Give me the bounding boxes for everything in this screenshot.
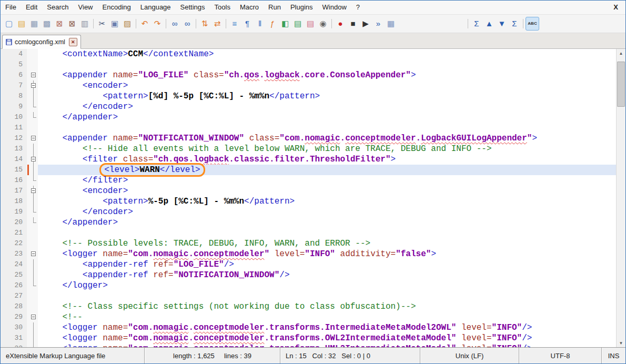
code-text[interactable]: <pattern>[%d] %-5p [%C:%L] - %m%n</patte… xyxy=(38,91,617,102)
code-text[interactable]: </encoder> xyxy=(38,102,617,112)
monitoring-eye-icon[interactable]: ◉ xyxy=(317,17,329,30)
code-text[interactable]: <appender-ref ref="LOG_FILE"/> xyxy=(38,259,617,270)
code-text[interactable] xyxy=(38,123,617,133)
code-text[interactable] xyxy=(38,291,617,301)
run-macro-multiple-icon[interactable]: » xyxy=(372,17,385,30)
scrollbar-thumb[interactable] xyxy=(617,62,625,107)
spell-check-icon[interactable]: ABC xyxy=(526,17,539,31)
code-text[interactable]: </appender> xyxy=(38,217,617,228)
fold-margin xyxy=(29,249,38,259)
scroll-up-icon[interactable]: ▲ xyxy=(617,49,625,57)
menu-view[interactable]: View xyxy=(74,1,98,13)
menu-file[interactable]: File xyxy=(1,1,21,13)
plugin-sigma-icon[interactable]: Σ xyxy=(470,17,483,30)
fold-margin xyxy=(29,133,38,144)
sync-horizontal-icon[interactable]: ⇄ xyxy=(211,17,224,30)
menu-edit[interactable]: Edit xyxy=(21,1,42,13)
code-text[interactable]: <logger name="com.nomagic.conceptmodeler… xyxy=(38,343,617,347)
menu-language[interactable]: Language xyxy=(136,1,176,13)
code-line: 17 <encoder> xyxy=(1,186,617,196)
code-text[interactable]: <level>WARN</level> xyxy=(38,165,617,175)
replace-icon[interactable]: ∞ xyxy=(181,17,194,30)
menu-run[interactable]: Run xyxy=(264,1,286,13)
print-icon[interactable]: ▥ xyxy=(78,17,91,30)
code-text[interactable]: <logger name="com.nomagic.conceptmodeler… xyxy=(38,333,617,343)
code-text[interactable]: <!-- Possible levels: TRACE, DEBUG, INFO… xyxy=(38,238,617,249)
fold-toggle-icon[interactable] xyxy=(31,83,36,88)
record-macro-icon[interactable]: ● xyxy=(334,17,347,30)
code-line: 27 xyxy=(1,291,617,301)
copy-icon[interactable]: ▣ xyxy=(108,17,121,30)
fold-toggle-icon[interactable] xyxy=(31,157,36,161)
save-macro-icon[interactable]: ▦ xyxy=(385,17,397,30)
code-text[interactable]: </logger> xyxy=(38,280,617,291)
open-folder-icon[interactable]: ▤ xyxy=(15,17,28,30)
plugin-sigma2-icon[interactable]: Σ xyxy=(508,17,521,30)
fold-toggle-icon[interactable] xyxy=(31,73,36,77)
code-text[interactable]: <logger name="com.nomagic.conceptmodeler… xyxy=(38,249,617,259)
stop-macro-icon[interactable]: ■ xyxy=(347,17,359,30)
menu-plugins[interactable]: Plugins xyxy=(286,1,318,13)
scrollbar-track[interactable] xyxy=(617,57,625,339)
redo-icon[interactable]: ↷ xyxy=(151,17,164,30)
close-all-docs-icon[interactable]: ⊠ xyxy=(66,17,78,30)
menu-settings[interactable]: Settings xyxy=(176,1,210,13)
undo-icon[interactable]: ↶ xyxy=(138,17,151,30)
sync-vertical-icon[interactable]: ⇅ xyxy=(198,17,211,30)
code-line: 22 <!-- Possible levels: TRACE, DEBUG, I… xyxy=(1,238,617,249)
plugin-down-icon[interactable]: ▼ xyxy=(496,17,508,30)
fold-toggle-icon[interactable] xyxy=(31,315,36,319)
save-icon[interactable]: ▦ xyxy=(28,17,41,30)
document-icon xyxy=(6,39,12,45)
indent-guide-icon[interactable]: ‖ xyxy=(254,17,266,30)
menu-help[interactable]: ? xyxy=(351,1,365,13)
scroll-down-icon[interactable]: ▼ xyxy=(617,339,625,347)
close-window-button[interactable]: X xyxy=(606,2,625,12)
menu-encoding[interactable]: Encoding xyxy=(98,1,136,13)
line-number: 31 xyxy=(1,333,27,343)
find-icon[interactable]: ∞ xyxy=(168,17,181,30)
fold-margin xyxy=(29,238,38,249)
save-all-icon[interactable]: ▩ xyxy=(41,17,53,30)
word-wrap-icon[interactable]: ≡ xyxy=(228,17,241,30)
code-text[interactable]: <!-- xyxy=(38,312,617,322)
line-number: 8 xyxy=(1,91,27,102)
line-number: 32 xyxy=(1,343,27,347)
tab-ccmlogconfig[interactable]: ccmlogconfig.xml ✕ xyxy=(2,35,81,49)
code-text[interactable]: <pattern>%-5p [%C:%L] - %m%n</pattern> xyxy=(38,196,617,207)
menu-search[interactable]: Search xyxy=(42,1,73,13)
plugin-up-icon[interactable]: ▲ xyxy=(483,17,496,30)
new-file-icon[interactable]: ▢ xyxy=(3,17,15,30)
tab-close-icon[interactable]: ✕ xyxy=(69,38,77,46)
code-text[interactable]: <logger name="com.nomagic.conceptmodeler… xyxy=(38,322,617,333)
menu-window[interactable]: Window xyxy=(318,1,351,13)
code-text[interactable]: <contextName>CCM</contextName> xyxy=(38,49,617,59)
document-list-icon[interactable]: ▤ xyxy=(291,17,304,30)
code-text[interactable]: <encoder> xyxy=(38,186,617,196)
fold-toggle-icon[interactable] xyxy=(31,251,36,256)
code-text[interactable]: </encoder> xyxy=(38,207,617,217)
code-text[interactable]: </filter> xyxy=(38,175,617,186)
code-text[interactable]: <appender name="LOG_FILE" class="ch.qos.… xyxy=(38,70,617,80)
code-text[interactable]: <!-- Hide all events with a level below … xyxy=(38,144,617,154)
function-list-icon[interactable]: ƒ xyxy=(266,17,279,30)
fold-toggle-icon[interactable] xyxy=(31,188,36,193)
code-text[interactable] xyxy=(38,228,617,238)
close-doc-icon[interactable]: ⊠ xyxy=(53,17,66,30)
paste-icon[interactable]: ▨ xyxy=(121,17,134,30)
code-text[interactable] xyxy=(38,59,617,70)
play-macro-icon[interactable]: ▶ xyxy=(359,17,372,30)
code-text[interactable]: <encoder> xyxy=(38,80,617,91)
code-text[interactable]: <appender-ref ref="NOTIFICATION_WINDOW"/… xyxy=(38,270,617,280)
folder-workspace-icon[interactable]: ▤ xyxy=(304,17,317,30)
fold-toggle-icon[interactable] xyxy=(31,136,36,140)
show-all-chars-icon[interactable]: ¶ xyxy=(241,17,254,30)
menu-tools[interactable]: Tools xyxy=(210,1,235,13)
code-text[interactable]: <!-- Class specific settings (not workin… xyxy=(38,301,617,312)
code-text[interactable]: <appender name="NOTIFICATION_WINDOW" cla… xyxy=(38,133,617,144)
code-text[interactable]: </appender> xyxy=(38,112,617,123)
cut-icon[interactable]: ✂ xyxy=(96,17,108,30)
status-bar: eXtensible Markup Language filelength : … xyxy=(1,347,625,363)
menu-macro[interactable]: Macro xyxy=(235,1,264,13)
document-map-icon[interactable]: ◧ xyxy=(279,17,291,30)
